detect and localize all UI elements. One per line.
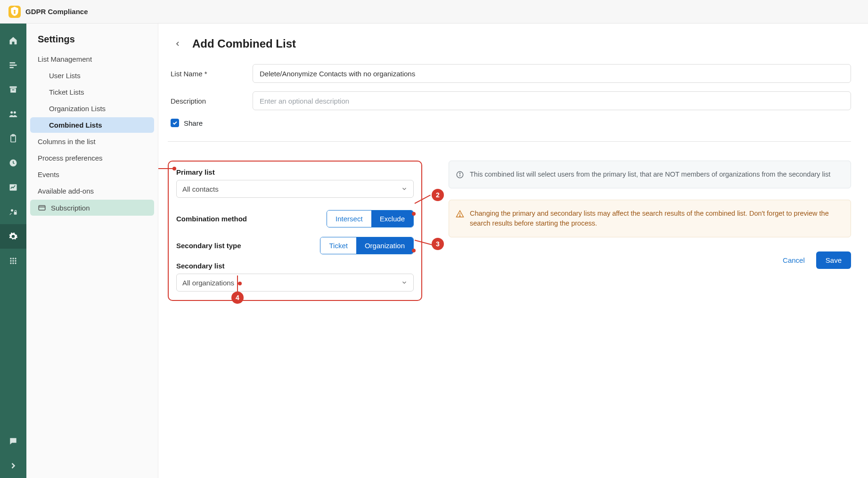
- rail-archive[interactable]: [0, 77, 26, 102]
- nav-user-lists[interactable]: User Lists: [30, 68, 154, 83]
- nav-list-management[interactable]: List Management: [30, 51, 154, 67]
- nav-organization-lists[interactable]: Organization Lists: [30, 101, 154, 116]
- secondary-list-label: Secondary list: [176, 262, 414, 270]
- divider: [168, 141, 851, 142]
- secondary-type-organization[interactable]: Organization: [356, 237, 413, 254]
- rail-settings[interactable]: [0, 224, 26, 249]
- secondary-type-label: Secondary list type: [176, 242, 241, 250]
- svg-point-8: [14, 111, 16, 113]
- rail-home[interactable]: [0, 28, 26, 53]
- nav-combined-lists[interactable]: Combined Lists: [30, 117, 154, 133]
- description-input[interactable]: [253, 91, 851, 110]
- primary-list-value: All contacts: [182, 185, 219, 193]
- combination-method-toggle: Intersect Exclude: [327, 210, 414, 227]
- nav-label: Columns in the list: [38, 138, 96, 146]
- save-button[interactable]: Save: [816, 251, 851, 269]
- list-name-input[interactable]: [253, 64, 851, 83]
- nav-label: List Management: [38, 55, 92, 63]
- svg-point-19: [12, 260, 14, 261]
- svg-point-0: [14, 9, 16, 11]
- combination-intersect[interactable]: Intersect: [327, 211, 371, 227]
- app-name: GDPR Compliance: [25, 8, 88, 16]
- nav-process-prefs[interactable]: Process preferences: [30, 150, 154, 166]
- svg-point-23: [15, 262, 16, 264]
- svg-rect-2: [10, 62, 16, 64]
- svg-point-20: [15, 260, 16, 261]
- rail-collapse[interactable]: [0, 454, 26, 478]
- rail-feedback[interactable]: [0, 429, 26, 454]
- warning-icon: [456, 210, 464, 218]
- description-label: Description: [168, 97, 253, 105]
- home-icon: [8, 36, 18, 45]
- callout-4: 4: [231, 292, 244, 304]
- secondary-type-ticket[interactable]: Ticket: [320, 237, 356, 254]
- callout-2: 2: [432, 189, 444, 201]
- clock-icon: [8, 158, 18, 168]
- svg-rect-4: [10, 67, 14, 68]
- svg-point-22: [12, 262, 14, 264]
- nav-subscription[interactable]: Subscription: [30, 200, 154, 216]
- rail-users[interactable]: [0, 102, 26, 126]
- rail-clipboard[interactable]: [0, 126, 26, 151]
- list-name-label: List Name *: [168, 70, 253, 78]
- settings-sidebar: Settings List Management User Lists Tick…: [26, 24, 158, 478]
- rail-apps[interactable]: [0, 249, 26, 273]
- secondary-list-value: All organizations: [182, 279, 234, 287]
- svg-point-18: [10, 260, 11, 261]
- nav-label: Combined Lists: [49, 121, 102, 129]
- share-label: Share: [184, 119, 203, 127]
- chart-icon: [8, 183, 18, 192]
- chevron-down-icon: [401, 186, 408, 192]
- svg-point-7: [10, 111, 13, 113]
- config-panel: Primary list All contacts Combination me…: [168, 161, 422, 301]
- nav-addons[interactable]: Available add-ons: [30, 183, 154, 199]
- clipboard-icon: [8, 134, 18, 143]
- gear-icon: [8, 232, 18, 241]
- primary-list-dropdown[interactable]: All contacts: [176, 180, 414, 198]
- chevron-down-icon: [401, 279, 408, 286]
- callout-1-dot: [172, 167, 176, 170]
- warning-text: Changing the primary and secondary lists…: [470, 209, 842, 228]
- svg-point-13: [11, 209, 13, 211]
- svg-rect-14: [14, 212, 17, 215]
- nav-label: Ticket Lists: [49, 88, 84, 96]
- svg-point-28: [459, 173, 460, 174]
- nav-rail: [0, 24, 26, 478]
- nav-label: Events: [38, 170, 59, 178]
- primary-list-label: Primary list: [176, 168, 414, 176]
- nav-events[interactable]: Events: [30, 167, 154, 182]
- info-text: This combined list will select users fro…: [470, 170, 830, 179]
- chat-icon: [8, 437, 18, 446]
- svg-rect-24: [39, 206, 45, 211]
- svg-point-30: [459, 216, 460, 217]
- svg-point-21: [10, 262, 11, 264]
- secondary-list-dropdown[interactable]: All organizations: [176, 274, 414, 292]
- user-lock-icon: [8, 207, 18, 217]
- nav-label: Available add-ons: [38, 187, 94, 195]
- svg-rect-5: [10, 86, 17, 88]
- users-icon: [8, 109, 18, 119]
- rail-analytics[interactable]: [0, 175, 26, 200]
- combination-exclude[interactable]: Exclude: [371, 211, 413, 227]
- rail-history[interactable]: [0, 151, 26, 175]
- svg-rect-6: [12, 89, 15, 90]
- cancel-button[interactable]: Cancel: [783, 256, 805, 264]
- info-icon: [456, 170, 464, 179]
- share-checkbox[interactable]: [171, 119, 179, 127]
- rail-queue[interactable]: [0, 53, 26, 77]
- chevron-left-icon: [174, 40, 181, 48]
- page-title: Add Combined List: [192, 37, 296, 50]
- nav-label: User Lists: [49, 72, 81, 80]
- callout-4-dot: [238, 282, 242, 285]
- secondary-type-toggle: Ticket Organization: [320, 237, 414, 254]
- rail-lock[interactable]: [0, 200, 26, 224]
- nav-label: Organization Lists: [49, 105, 106, 113]
- main-content: Add Combined List List Name * Descriptio…: [158, 24, 868, 478]
- nav-ticket-lists[interactable]: Ticket Lists: [30, 84, 154, 100]
- svg-rect-1: [14, 12, 15, 14]
- nav-label: Subscription: [51, 204, 90, 212]
- list-icon: [8, 60, 18, 70]
- back-button[interactable]: [171, 37, 185, 51]
- card-icon: [38, 203, 46, 212]
- nav-columns[interactable]: Columns in the list: [30, 134, 154, 149]
